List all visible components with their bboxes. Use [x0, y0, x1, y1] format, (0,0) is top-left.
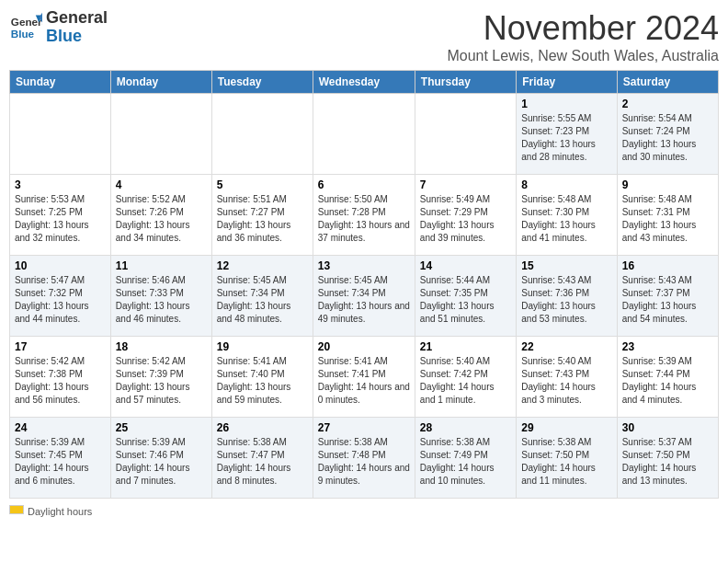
svg-text:Blue: Blue: [11, 28, 35, 40]
day-info: Sunrise: 5:39 AM Sunset: 7:46 PM Dayligh…: [116, 436, 207, 488]
daylight-label: Daylight hours: [28, 506, 92, 517]
calendar-cell: [211, 94, 313, 175]
day-number: 3: [15, 178, 106, 191]
calendar-cell: 9Sunrise: 5:48 AM Sunset: 7:31 PM Daylig…: [617, 175, 718, 256]
calendar-cell: 18Sunrise: 5:42 AM Sunset: 7:39 PM Dayli…: [110, 337, 211, 418]
day-info: Sunrise: 5:41 AM Sunset: 7:40 PM Dayligh…: [217, 355, 308, 407]
day-number: 11: [116, 259, 207, 272]
calendar-cell: 27Sunrise: 5:38 AM Sunset: 7:48 PM Dayli…: [313, 418, 415, 499]
day-number: 28: [420, 421, 511, 434]
day-info: Sunrise: 5:55 AM Sunset: 7:23 PM Dayligh…: [521, 112, 611, 164]
calendar-cell: 12Sunrise: 5:45 AM Sunset: 7:34 PM Dayli…: [211, 256, 313, 337]
calendar-cell: 1Sunrise: 5:55 AM Sunset: 7:23 PM Daylig…: [517, 94, 617, 175]
calendar-cell: [313, 94, 415, 175]
col-header-friday: Friday: [517, 71, 617, 94]
calendar-cell: 21Sunrise: 5:40 AM Sunset: 7:42 PM Dayli…: [415, 337, 516, 418]
calendar-cell: 5Sunrise: 5:51 AM Sunset: 7:27 PM Daylig…: [211, 175, 313, 256]
location: Mount Lewis, New South Wales, Australia: [447, 48, 719, 64]
calendar-table: SundayMondayTuesdayWednesdayThursdayFrid…: [9, 70, 719, 499]
calendar-week-0: 1Sunrise: 5:55 AM Sunset: 7:23 PM Daylig…: [10, 94, 719, 175]
day-info: Sunrise: 5:38 AM Sunset: 7:49 PM Dayligh…: [420, 436, 511, 488]
day-number: 24: [15, 421, 106, 434]
calendar-week-1: 3Sunrise: 5:53 AM Sunset: 7:25 PM Daylig…: [10, 175, 719, 256]
day-info: Sunrise: 5:39 AM Sunset: 7:45 PM Dayligh…: [15, 436, 106, 488]
day-info: Sunrise: 5:42 AM Sunset: 7:38 PM Dayligh…: [15, 355, 106, 407]
day-number: 19: [217, 340, 308, 353]
day-info: Sunrise: 5:52 AM Sunset: 7:26 PM Dayligh…: [116, 193, 207, 245]
header: General Blue General Blue November 2024 …: [9, 9, 719, 64]
day-info: Sunrise: 5:49 AM Sunset: 7:29 PM Dayligh…: [420, 193, 511, 245]
calendar-cell: 11Sunrise: 5:46 AM Sunset: 7:33 PM Dayli…: [110, 256, 211, 337]
day-info: Sunrise: 5:45 AM Sunset: 7:34 PM Dayligh…: [217, 274, 308, 326]
day-info: Sunrise: 5:41 AM Sunset: 7:41 PM Dayligh…: [318, 355, 410, 407]
day-number: 9: [622, 178, 713, 191]
calendar-cell: 6Sunrise: 5:50 AM Sunset: 7:28 PM Daylig…: [313, 175, 415, 256]
col-header-wednesday: Wednesday: [313, 71, 415, 94]
day-number: 13: [318, 259, 410, 272]
calendar-cell: [10, 94, 111, 175]
day-info: Sunrise: 5:40 AM Sunset: 7:43 PM Dayligh…: [521, 355, 611, 407]
col-header-thursday: Thursday: [415, 71, 516, 94]
day-info: Sunrise: 5:44 AM Sunset: 7:35 PM Dayligh…: [420, 274, 511, 326]
calendar-cell: 29Sunrise: 5:38 AM Sunset: 7:50 PM Dayli…: [517, 418, 617, 499]
calendar-cell: 10Sunrise: 5:47 AM Sunset: 7:32 PM Dayli…: [10, 256, 111, 337]
day-number: 5: [217, 178, 308, 191]
daylight-indicator: [9, 505, 24, 514]
calendar-cell: 26Sunrise: 5:38 AM Sunset: 7:47 PM Dayli…: [211, 418, 313, 499]
calendar-week-3: 17Sunrise: 5:42 AM Sunset: 7:38 PM Dayli…: [10, 337, 719, 418]
calendar-cell: 28Sunrise: 5:38 AM Sunset: 7:49 PM Dayli…: [415, 418, 516, 499]
logo: General Blue General Blue: [9, 9, 108, 46]
day-info: Sunrise: 5:48 AM Sunset: 7:30 PM Dayligh…: [521, 193, 611, 245]
day-number: 27: [318, 421, 410, 434]
calendar-cell: 7Sunrise: 5:49 AM Sunset: 7:29 PM Daylig…: [415, 175, 516, 256]
calendar-cell: 25Sunrise: 5:39 AM Sunset: 7:46 PM Dayli…: [110, 418, 211, 499]
day-info: Sunrise: 5:43 AM Sunset: 7:37 PM Dayligh…: [622, 274, 713, 326]
day-info: Sunrise: 5:38 AM Sunset: 7:48 PM Dayligh…: [318, 436, 410, 488]
day-info: Sunrise: 5:43 AM Sunset: 7:36 PM Dayligh…: [521, 274, 611, 326]
calendar-cell: [415, 94, 516, 175]
day-number: 18: [116, 340, 207, 353]
calendar-cell: 2Sunrise: 5:54 AM Sunset: 7:24 PM Daylig…: [617, 94, 718, 175]
calendar-week-2: 10Sunrise: 5:47 AM Sunset: 7:32 PM Dayli…: [10, 256, 719, 337]
day-number: 2: [622, 98, 713, 110]
calendar-cell: 23Sunrise: 5:39 AM Sunset: 7:44 PM Dayli…: [617, 337, 718, 418]
calendar-cell: 8Sunrise: 5:48 AM Sunset: 7:30 PM Daylig…: [517, 175, 617, 256]
day-info: Sunrise: 5:53 AM Sunset: 7:25 PM Dayligh…: [15, 193, 106, 245]
logo-icon: General Blue: [9, 11, 42, 44]
day-number: 22: [521, 340, 611, 353]
month-title: November 2024: [447, 9, 719, 48]
col-header-monday: Monday: [110, 71, 211, 94]
day-number: 23: [622, 340, 713, 353]
calendar-cell: 3Sunrise: 5:53 AM Sunset: 7:25 PM Daylig…: [10, 175, 111, 256]
calendar-cell: 15Sunrise: 5:43 AM Sunset: 7:36 PM Dayli…: [517, 256, 617, 337]
col-header-saturday: Saturday: [617, 71, 718, 94]
day-number: 26: [217, 421, 308, 434]
calendar-cell: 4Sunrise: 5:52 AM Sunset: 7:26 PM Daylig…: [110, 175, 211, 256]
day-info: Sunrise: 5:40 AM Sunset: 7:42 PM Dayligh…: [420, 355, 511, 407]
calendar-cell: 20Sunrise: 5:41 AM Sunset: 7:41 PM Dayli…: [313, 337, 415, 418]
day-number: 20: [318, 340, 410, 353]
day-number: 16: [622, 259, 713, 272]
day-number: 4: [116, 178, 207, 191]
day-number: 10: [15, 259, 106, 272]
day-number: 15: [521, 259, 611, 272]
calendar-week-4: 24Sunrise: 5:39 AM Sunset: 7:45 PM Dayli…: [10, 418, 719, 499]
day-info: Sunrise: 5:47 AM Sunset: 7:32 PM Dayligh…: [15, 274, 106, 326]
page-container: General Blue General Blue November 2024 …: [9, 9, 719, 517]
day-info: Sunrise: 5:46 AM Sunset: 7:33 PM Dayligh…: [116, 274, 207, 326]
calendar-cell: 16Sunrise: 5:43 AM Sunset: 7:37 PM Dayli…: [617, 256, 718, 337]
day-number: 7: [420, 178, 511, 191]
title-section: November 2024 Mount Lewis, New South Wal…: [447, 9, 719, 64]
col-header-sunday: Sunday: [10, 71, 111, 94]
calendar-cell: 13Sunrise: 5:45 AM Sunset: 7:34 PM Dayli…: [313, 256, 415, 337]
day-info: Sunrise: 5:48 AM Sunset: 7:31 PM Dayligh…: [622, 193, 713, 245]
calendar-cell: 19Sunrise: 5:41 AM Sunset: 7:40 PM Dayli…: [211, 337, 313, 418]
day-number: 1: [521, 98, 611, 110]
day-info: Sunrise: 5:45 AM Sunset: 7:34 PM Dayligh…: [318, 274, 410, 326]
calendar-cell: 14Sunrise: 5:44 AM Sunset: 7:35 PM Dayli…: [415, 256, 516, 337]
day-number: 6: [318, 178, 410, 191]
day-number: 25: [116, 421, 207, 434]
day-number: 29: [521, 421, 611, 434]
day-info: Sunrise: 5:50 AM Sunset: 7:28 PM Dayligh…: [318, 193, 410, 245]
day-info: Sunrise: 5:42 AM Sunset: 7:39 PM Dayligh…: [116, 355, 207, 407]
